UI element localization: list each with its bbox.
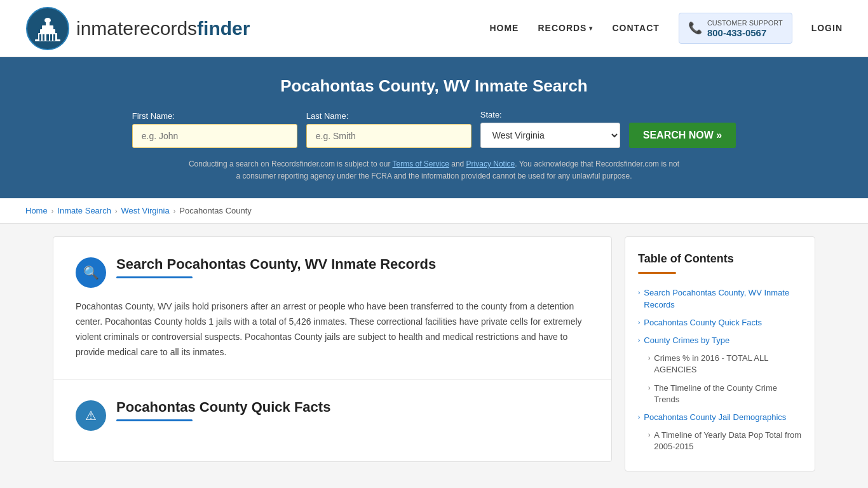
section-header: 🔍 Search Pocahontas County, WV Inmate Re…	[76, 256, 589, 288]
toc-arrow-1: ›	[638, 289, 640, 296]
quick-facts-title-area: Pocahontas County Quick Facts	[116, 399, 589, 421]
quick-facts-icon: ⚠	[76, 400, 106, 431]
first-name-label: First Name:	[132, 111, 175, 121]
toc-item-2[interactable]: › Pocahontas County Quick Facts	[638, 314, 802, 332]
breadcrumb-home[interactable]: Home	[25, 206, 48, 215]
svg-point-5	[44, 18, 51, 23]
svg-rect-9	[46, 34, 49, 41]
toc-arrow-7: ›	[648, 431, 650, 438]
section-body: Pocahontas County, WV jails hold prisone…	[76, 299, 589, 360]
support-label: CUSTOMER SUPPORT	[707, 18, 783, 27]
state-select[interactable]: West Virginia Alabama Alaska Arizona Ark…	[480, 123, 620, 148]
first-name-group: First Name:	[132, 111, 297, 148]
quick-facts-title: Pocahontas County Quick Facts	[116, 399, 589, 416]
last-name-group: Last Name:	[306, 111, 471, 148]
last-name-input[interactable]	[306, 124, 471, 148]
main-nav: HOME RECORDS ▾ CONTACT 📞 CUSTOMER SUPPOR…	[489, 13, 843, 44]
info-icon: ⚠	[85, 408, 97, 423]
toc-item-1[interactable]: › Search Pocahontas County, WV Inmate Re…	[638, 284, 802, 313]
main-content: 🔍 Search Pocahontas County, WV Inmate Re…	[27, 236, 841, 471]
magnify-icon: 🔍	[83, 265, 99, 280]
logo[interactable]: inmaterecordsfinder	[25, 6, 250, 51]
support-button[interactable]: 📞 CUSTOMER SUPPORT 800-433-0567	[679, 13, 792, 44]
toc-item-4[interactable]: › Crimes % in 2016 - TOTAL ALL AGENCIES	[638, 349, 802, 379]
nav-contact[interactable]: CONTACT	[612, 23, 659, 33]
phone-icon: 📞	[688, 21, 702, 35]
logo-text: inmaterecordsfinder	[76, 18, 250, 39]
content-area: 🔍 Search Pocahontas County, WV Inmate Re…	[53, 236, 612, 461]
state-group: State: West Virginia Alabama Alaska Ariz…	[480, 110, 620, 148]
page-title: Pocahontas County, WV Inmate Search	[25, 76, 843, 96]
toc-link-6[interactable]: Pocahontas County Jail Demographics	[644, 412, 786, 423]
search-section: 🔍 Search Pocahontas County, WV Inmate Re…	[53, 237, 611, 379]
login-button[interactable]: LOGIN	[811, 23, 843, 33]
svg-rect-11	[53, 34, 55, 41]
toc-arrow-6: ›	[638, 414, 640, 421]
toc-link-2[interactable]: Pocahontas County Quick Facts	[644, 317, 762, 329]
section-title: Search Pocahontas County, WV Inmate Reco…	[116, 256, 589, 273]
svg-rect-7	[39, 34, 41, 41]
toc-underline	[638, 272, 676, 274]
search-button[interactable]: SEARCH NOW »	[629, 123, 736, 148]
site-header: inmaterecordsfinder HOME RECORDS ▾ CONTA…	[0, 0, 868, 57]
disclaimer-text: Conducting a search on Recordsfinder.com…	[186, 158, 682, 182]
logo-icon	[25, 6, 70, 51]
toc-link-7[interactable]: A Timeline of Yearly Data Pop Total from…	[654, 430, 802, 452]
breadcrumb-current: Pocahontas County	[179, 206, 251, 215]
nav-home[interactable]: HOME	[489, 23, 519, 33]
toc-arrow-2: ›	[638, 319, 640, 326]
breadcrumb-inmate-search[interactable]: Inmate Search	[57, 206, 111, 215]
toc-title: Table of Contents	[638, 252, 802, 266]
privacy-link[interactable]: Privacy Notice	[466, 159, 515, 168]
search-section-icon: 🔍	[76, 257, 106, 288]
svg-rect-10	[50, 34, 52, 41]
quick-facts-header: ⚠ Pocahontas County Quick Facts	[76, 399, 589, 431]
toc-item-6[interactable]: › Pocahontas County Jail Demographics	[638, 409, 802, 426]
toc-arrow-4: ›	[648, 355, 650, 362]
breadcrumb-sep-2: ›	[115, 207, 118, 215]
svg-rect-8	[43, 34, 44, 41]
section-title-area: Search Pocahontas County, WV Inmate Reco…	[116, 256, 589, 278]
toc-link-3[interactable]: County Crimes by Type	[644, 335, 729, 346]
quick-facts-section: ⚠ Pocahontas County Quick Facts	[53, 380, 611, 461]
nav-records[interactable]: RECORDS ▾	[538, 23, 593, 33]
toc-link-5[interactable]: The Timeline of the County Crime Trends	[654, 383, 802, 405]
toc-item-3[interactable]: › County Crimes by Type	[638, 332, 802, 349]
first-name-input[interactable]	[132, 124, 297, 148]
chevron-down-icon: ▾	[589, 25, 593, 32]
toc-item-7[interactable]: › A Timeline of Yearly Data Pop Total fr…	[638, 426, 802, 456]
breadcrumb: Home › Inmate Search › West Virginia › P…	[0, 198, 868, 224]
table-of-contents: Table of Contents › Search Pocahontas Co…	[625, 236, 815, 471]
quick-facts-underline	[116, 419, 193, 421]
breadcrumb-sep-3: ›	[173, 207, 176, 215]
toc-link-4[interactable]: Crimes % in 2016 - TOTAL ALL AGENCIES	[654, 353, 802, 376]
hero-section: Pocahontas County, WV Inmate Search Firs…	[0, 57, 868, 198]
last-name-label: Last Name:	[306, 111, 348, 121]
toc-arrow-5: ›	[648, 384, 650, 391]
breadcrumb-west-virginia[interactable]: West Virginia	[121, 206, 170, 215]
support-number: 800-433-0567	[707, 27, 783, 38]
search-form: First Name: Last Name: State: West Virgi…	[25, 110, 843, 148]
terms-link[interactable]: Terms of Service	[393, 159, 449, 168]
toc-arrow-3: ›	[638, 337, 640, 344]
toc-link-1[interactable]: Search Pocahontas County, WV Inmate Reco…	[644, 287, 802, 310]
state-label: State:	[480, 110, 502, 119]
breadcrumb-sep-1: ›	[51, 207, 54, 215]
toc-item-5[interactable]: › The Timeline of the County Crime Trend…	[638, 379, 802, 409]
section-title-underline	[116, 276, 193, 278]
